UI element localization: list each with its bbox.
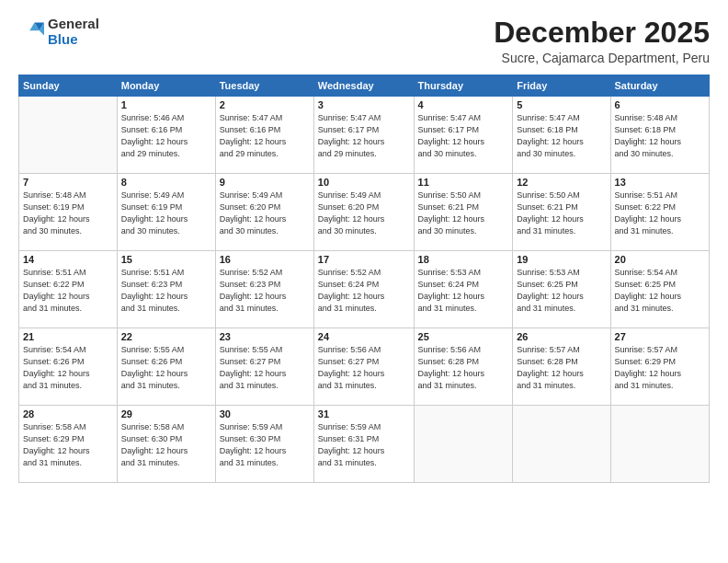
day-cell: 13Sunrise: 5:51 AM Sunset: 6:22 PM Dayli… bbox=[610, 174, 709, 251]
day-info: Sunrise: 5:51 AM Sunset: 6:22 PM Dayligh… bbox=[615, 190, 705, 237]
day-cell: 4Sunrise: 5:47 AM Sunset: 6:17 PM Daylig… bbox=[414, 97, 513, 174]
day-info: Sunrise: 5:47 AM Sunset: 6:17 PM Dayligh… bbox=[418, 112, 509, 160]
day-cell: 22Sunrise: 5:55 AM Sunset: 6:26 PM Dayli… bbox=[117, 328, 215, 406]
day-cell: 12Sunrise: 5:50 AM Sunset: 6:21 PM Dayli… bbox=[513, 174, 610, 251]
day-info: Sunrise: 5:58 AM Sunset: 6:29 PM Dayligh… bbox=[23, 421, 113, 469]
day-info: Sunrise: 5:56 AM Sunset: 6:28 PM Dayligh… bbox=[418, 344, 509, 392]
day-number: 29 bbox=[121, 408, 211, 419]
day-info: Sunrise: 5:56 AM Sunset: 6:27 PM Dayligh… bbox=[318, 344, 410, 392]
day-number: 4 bbox=[418, 99, 509, 110]
header-cell-sunday: Sunday bbox=[19, 75, 118, 97]
day-number: 6 bbox=[615, 99, 705, 110]
day-number: 18 bbox=[418, 254, 509, 265]
week-row-4: 21Sunrise: 5:54 AM Sunset: 6:26 PM Dayli… bbox=[19, 328, 710, 406]
day-info: Sunrise: 5:49 AM Sunset: 6:20 PM Dayligh… bbox=[220, 190, 310, 237]
day-cell: 18Sunrise: 5:53 AM Sunset: 6:24 PM Dayli… bbox=[414, 251, 513, 328]
day-cell: 29Sunrise: 5:58 AM Sunset: 6:30 PM Dayli… bbox=[117, 406, 215, 483]
day-number: 15 bbox=[121, 254, 211, 265]
calendar-header: SundayMondayTuesdayWednesdayThursdayFrid… bbox=[19, 75, 710, 97]
day-cell: 20Sunrise: 5:54 AM Sunset: 6:25 PM Dayli… bbox=[610, 251, 709, 328]
header: General Blue December 2025 Sucre, Cajama… bbox=[18, 17, 710, 65]
day-number: 17 bbox=[318, 254, 410, 265]
day-info: Sunrise: 5:50 AM Sunset: 6:21 PM Dayligh… bbox=[517, 190, 606, 237]
subtitle: Sucre, Cajamarca Department, Peru bbox=[494, 51, 710, 65]
day-cell: 28Sunrise: 5:58 AM Sunset: 6:29 PM Dayli… bbox=[19, 406, 118, 483]
page: General Blue December 2025 Sucre, Cajama… bbox=[0, 0, 728, 563]
day-number: 8 bbox=[121, 177, 211, 188]
header-cell-monday: Monday bbox=[117, 75, 215, 97]
day-cell: 16Sunrise: 5:52 AM Sunset: 6:23 PM Dayli… bbox=[215, 251, 313, 328]
day-cell: 26Sunrise: 5:57 AM Sunset: 6:28 PM Dayli… bbox=[513, 328, 610, 406]
day-cell bbox=[414, 406, 513, 483]
day-number: 14 bbox=[23, 254, 113, 265]
day-cell: 11Sunrise: 5:50 AM Sunset: 6:21 PM Dayli… bbox=[414, 174, 513, 251]
day-info: Sunrise: 5:53 AM Sunset: 6:24 PM Dayligh… bbox=[418, 267, 509, 315]
day-cell: 1Sunrise: 5:46 AM Sunset: 6:16 PM Daylig… bbox=[117, 97, 215, 174]
day-cell: 9Sunrise: 5:49 AM Sunset: 6:20 PM Daylig… bbox=[215, 174, 313, 251]
day-info: Sunrise: 5:52 AM Sunset: 6:24 PM Dayligh… bbox=[318, 267, 410, 315]
day-info: Sunrise: 5:51 AM Sunset: 6:23 PM Dayligh… bbox=[121, 267, 211, 315]
day-number: 13 bbox=[615, 177, 705, 188]
logo-text: General Blue bbox=[48, 17, 99, 47]
week-row-1: 1Sunrise: 5:46 AM Sunset: 6:16 PM Daylig… bbox=[19, 97, 710, 174]
header-cell-friday: Friday bbox=[513, 75, 610, 97]
day-info: Sunrise: 5:46 AM Sunset: 6:16 PM Dayligh… bbox=[121, 112, 211, 160]
day-number: 27 bbox=[615, 331, 705, 342]
logo-general: General bbox=[48, 17, 99, 32]
day-cell: 7Sunrise: 5:48 AM Sunset: 6:19 PM Daylig… bbox=[19, 174, 118, 251]
day-number: 2 bbox=[220, 99, 310, 110]
day-cell: 8Sunrise: 5:49 AM Sunset: 6:19 PM Daylig… bbox=[117, 174, 215, 251]
day-number: 31 bbox=[318, 408, 410, 419]
day-number: 11 bbox=[418, 177, 509, 188]
week-row-3: 14Sunrise: 5:51 AM Sunset: 6:22 PM Dayli… bbox=[19, 251, 710, 328]
main-title: December 2025 bbox=[494, 17, 710, 49]
header-cell-thursday: Thursday bbox=[414, 75, 513, 97]
day-cell: 27Sunrise: 5:57 AM Sunset: 6:29 PM Dayli… bbox=[610, 328, 709, 406]
day-cell: 30Sunrise: 5:59 AM Sunset: 6:30 PM Dayli… bbox=[215, 406, 313, 483]
header-cell-tuesday: Tuesday bbox=[215, 75, 313, 97]
day-number: 12 bbox=[517, 177, 606, 188]
day-cell: 10Sunrise: 5:49 AM Sunset: 6:20 PM Dayli… bbox=[313, 174, 414, 251]
header-cell-wednesday: Wednesday bbox=[313, 75, 414, 97]
day-cell: 31Sunrise: 5:59 AM Sunset: 6:31 PM Dayli… bbox=[313, 406, 414, 483]
day-info: Sunrise: 5:48 AM Sunset: 6:18 PM Dayligh… bbox=[615, 112, 705, 160]
day-info: Sunrise: 5:52 AM Sunset: 6:23 PM Dayligh… bbox=[220, 267, 310, 315]
day-cell bbox=[610, 406, 709, 483]
day-cell: 14Sunrise: 5:51 AM Sunset: 6:22 PM Dayli… bbox=[19, 251, 118, 328]
day-info: Sunrise: 5:58 AM Sunset: 6:30 PM Dayligh… bbox=[121, 421, 211, 469]
day-cell: 25Sunrise: 5:56 AM Sunset: 6:28 PM Dayli… bbox=[414, 328, 513, 406]
day-info: Sunrise: 5:59 AM Sunset: 6:31 PM Dayligh… bbox=[318, 421, 410, 469]
day-info: Sunrise: 5:57 AM Sunset: 6:28 PM Dayligh… bbox=[517, 344, 606, 392]
day-info: Sunrise: 5:47 AM Sunset: 6:16 PM Dayligh… bbox=[220, 112, 310, 160]
day-number: 3 bbox=[318, 99, 410, 110]
day-cell: 6Sunrise: 5:48 AM Sunset: 6:18 PM Daylig… bbox=[610, 97, 709, 174]
day-number: 30 bbox=[220, 408, 310, 419]
day-number: 28 bbox=[23, 408, 113, 419]
day-number: 5 bbox=[517, 99, 606, 110]
day-number: 21 bbox=[23, 331, 113, 342]
day-cell: 21Sunrise: 5:54 AM Sunset: 6:26 PM Dayli… bbox=[19, 328, 118, 406]
day-number: 23 bbox=[220, 331, 310, 342]
day-cell bbox=[513, 406, 610, 483]
day-info: Sunrise: 5:47 AM Sunset: 6:18 PM Dayligh… bbox=[517, 112, 606, 160]
day-number: 24 bbox=[318, 331, 410, 342]
header-row: SundayMondayTuesdayWednesdayThursdayFrid… bbox=[19, 75, 710, 97]
logo-blue: Blue bbox=[48, 32, 99, 48]
logo-icon bbox=[18, 19, 44, 45]
day-cell: 3Sunrise: 5:47 AM Sunset: 6:17 PM Daylig… bbox=[313, 97, 414, 174]
day-info: Sunrise: 5:47 AM Sunset: 6:17 PM Dayligh… bbox=[318, 112, 410, 160]
title-block: December 2025 Sucre, Cajamarca Departmen… bbox=[494, 17, 710, 65]
week-row-5: 28Sunrise: 5:58 AM Sunset: 6:29 PM Dayli… bbox=[19, 406, 710, 483]
day-info: Sunrise: 5:50 AM Sunset: 6:21 PM Dayligh… bbox=[418, 190, 509, 237]
day-cell: 24Sunrise: 5:56 AM Sunset: 6:27 PM Dayli… bbox=[313, 328, 414, 406]
day-info: Sunrise: 5:53 AM Sunset: 6:25 PM Dayligh… bbox=[517, 267, 606, 315]
day-number: 9 bbox=[220, 177, 310, 188]
day-number: 22 bbox=[121, 331, 211, 342]
day-cell: 23Sunrise: 5:55 AM Sunset: 6:27 PM Dayli… bbox=[215, 328, 313, 406]
day-number: 20 bbox=[615, 254, 705, 265]
day-info: Sunrise: 5:48 AM Sunset: 6:19 PM Dayligh… bbox=[23, 190, 113, 237]
day-info: Sunrise: 5:54 AM Sunset: 6:25 PM Dayligh… bbox=[615, 267, 705, 315]
day-info: Sunrise: 5:51 AM Sunset: 6:22 PM Dayligh… bbox=[23, 267, 113, 315]
day-cell bbox=[19, 97, 118, 174]
day-number: 7 bbox=[23, 177, 113, 188]
